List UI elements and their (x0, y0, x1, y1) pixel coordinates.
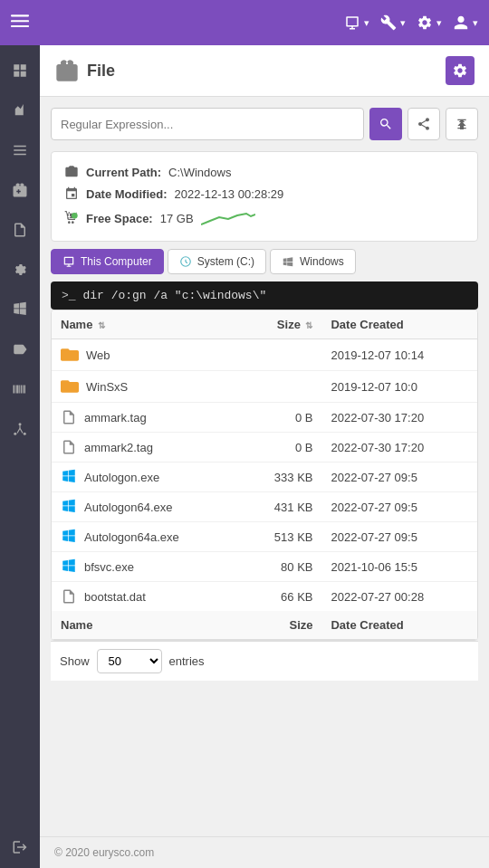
svg-rect-0 (11, 14, 29, 16)
nav-user-arrow: ▾ (473, 17, 478, 29)
sidebar-item-medical[interactable] (4, 174, 36, 206)
content-area: Current Path: C:\Windows Date Modified: … (40, 97, 489, 836)
file-table-wrapper: Name ⇅ Size ⇅ Date Created (51, 310, 478, 641)
svg-rect-5 (14, 154, 26, 156)
search-row (51, 108, 478, 140)
sidebar-item-document[interactable] (4, 214, 36, 246)
sidebar-item-network[interactable] (4, 413, 36, 445)
tab-this-computer[interactable]: This Computer (51, 249, 164, 274)
entries-select[interactable]: 10 25 50 100 (97, 649, 162, 673)
menu-icon[interactable] (11, 12, 29, 34)
nav-settings[interactable]: ▾ (417, 14, 442, 31)
share-button[interactable] (408, 108, 440, 140)
date-modified-label: Date Modified: (86, 187, 168, 201)
header: File (40, 45, 489, 97)
svg-point-9 (24, 433, 26, 435)
page-title: File (54, 58, 115, 83)
table-row[interactable]: Web 2019-12-07 10:14 (52, 339, 477, 371)
file-table: Name ⇅ Size ⇅ Date Created (52, 310, 477, 640)
nav-desktop-arrow: ▾ (364, 17, 369, 29)
footer-col-name: Name (52, 611, 243, 640)
sort-name-icon: ⇅ (98, 320, 105, 330)
entries-label: entries (169, 654, 205, 668)
terminal-command: dir /o:gn /a "c:\windows\" (82, 289, 266, 302)
nav-settings-arrow: ▾ (436, 17, 442, 29)
svg-rect-1 (11, 20, 29, 22)
date-modified-row: Date Modified: 2022-12-13 00:28:29 (64, 183, 465, 205)
sidebar-item-windows[interactable] (4, 293, 36, 326)
svg-point-10 (72, 213, 78, 219)
free-space-label: Free Space: (86, 212, 153, 225)
footer-col-size: Size (243, 611, 322, 640)
sidebar (0, 45, 40, 868)
tab-windows-label: Windows (300, 255, 344, 268)
table-row[interactable]: ammark2.tag 0 B 2022-07-30 17:20 (52, 433, 477, 463)
svg-rect-2 (11, 25, 29, 27)
sidebar-item-barcode[interactable] (4, 373, 36, 405)
pagination-row: Show 10 25 50 100 entries (51, 641, 478, 681)
sidebar-item-logout[interactable] (4, 835, 36, 868)
nav-tools-arrow: ▾ (400, 17, 406, 29)
col-date-created: Date Created (321, 310, 477, 339)
current-path-row: Current Path: C:\Windows (64, 161, 465, 183)
search-input[interactable] (51, 108, 364, 140)
tab-system-c-label: System (C:) (197, 255, 254, 268)
tab-this-computer-label: This Computer (81, 255, 152, 268)
show-label: Show (60, 654, 90, 668)
tabs-row: This Computer System (C:) Windows (51, 249, 478, 274)
nav-tools[interactable]: ▾ (380, 14, 406, 31)
info-panel: Current Path: C:\Windows Date Modified: … (51, 151, 478, 242)
date-modified-value: 2022-12-13 00:28:29 (175, 187, 284, 201)
sort-size-icon: ⇅ (305, 320, 312, 330)
topbar: ▾ ▾ ▾ ▾ (0, 0, 489, 45)
sidebar-item-list[interactable] (4, 134, 36, 167)
nav-desktop[interactable]: ▾ (344, 14, 369, 31)
tab-windows[interactable]: Windows (270, 249, 356, 274)
terminal: >_ dir /o:gn /a "c:\windows\" (51, 281, 478, 310)
copyright: © 2020 eurysco.com (54, 846, 154, 859)
table-header-row: Name ⇅ Size ⇅ Date Created (52, 310, 477, 339)
current-path-value: C:\Windows (168, 166, 231, 179)
col-size[interactable]: Size ⇅ (243, 310, 322, 339)
free-space-row: Free Space: 17 GB (64, 205, 465, 232)
tab-system-c[interactable]: System (C:) (168, 249, 266, 274)
table-footer-row: Name Size Date Created (52, 611, 477, 640)
table-row[interactable]: Autologon64a.exe 513 KB 2022-07-27 09:5 (52, 522, 477, 552)
sidebar-item-settings[interactable] (4, 253, 36, 286)
svg-rect-3 (14, 146, 26, 148)
svg-point-7 (19, 423, 22, 425)
svg-rect-4 (14, 149, 26, 151)
page-footer: © 2020 eurysco.com (40, 836, 489, 868)
col-name[interactable]: Name ⇅ (52, 310, 243, 339)
svg-point-8 (14, 433, 16, 435)
table-row[interactable]: Autologon64.exe 431 KB 2022-07-27 09:5 (52, 492, 477, 522)
table-row[interactable]: bootstat.dat 66 KB 2022-07-27 00:28 (52, 582, 477, 612)
sidebar-item-dashboard[interactable] (4, 54, 36, 87)
table-row[interactable]: WinSxS 2019-12-07 10:0 (52, 371, 477, 403)
terminal-prompt: >_ (62, 289, 76, 302)
main-area: File (40, 45, 489, 868)
free-space-value: 17 GB (160, 212, 194, 225)
search-button[interactable] (369, 108, 402, 140)
sidebar-item-tag[interactable] (4, 333, 36, 366)
upload-button[interactable] (446, 108, 478, 140)
sidebar-item-chart[interactable] (4, 94, 36, 127)
footer-col-date: Date Created (321, 611, 477, 640)
table-row[interactable]: Autologon.exe 333 KB 2022-07-27 09:5 (52, 463, 477, 492)
table-row[interactable]: ammark.tag 0 B 2022-07-30 17:20 (52, 403, 477, 433)
nav-user[interactable]: ▾ (453, 14, 478, 31)
current-path-label: Current Path: (86, 166, 161, 179)
free-space-chart (201, 208, 255, 228)
table-row[interactable]: bfsvc.exe 80 KB 2021-10-06 15:5 (52, 552, 477, 582)
settings-button[interactable] (446, 56, 475, 85)
